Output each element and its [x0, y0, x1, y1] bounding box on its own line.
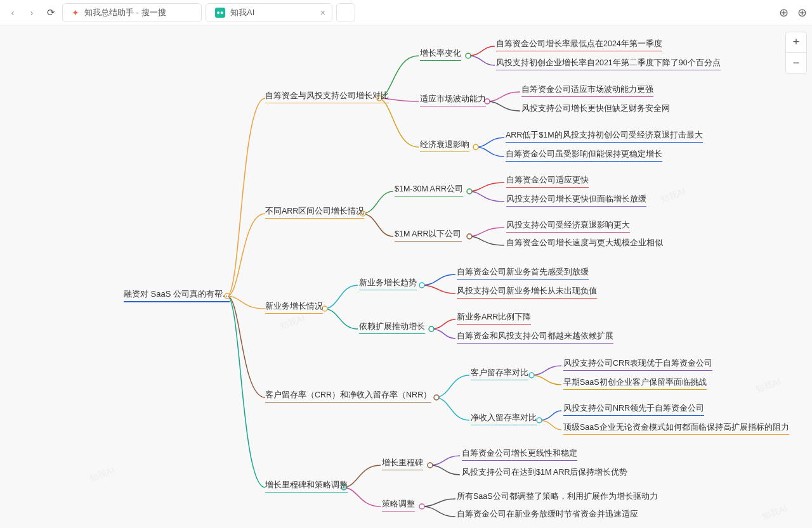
leaf[interactable]: 风投支持公司受经济衰退影响更大: [506, 220, 630, 233]
svg-point-16: [537, 418, 542, 423]
leaf[interactable]: ARR低于$1M的风投支持初创公司受经济衰退打击最大: [506, 130, 703, 143]
leaf[interactable]: 自筹资金公司适应市场波动能力更强: [521, 84, 653, 97]
leaf[interactable]: 风投支持公司在达到$1M ARR后保持增长优势: [462, 467, 628, 479]
svg-point-14: [429, 326, 434, 332]
b5-s1[interactable]: 增长里程碑: [382, 458, 423, 470]
svg-point-12: [467, 234, 472, 239]
b3-s2[interactable]: 依赖扩展推动增长: [359, 321, 425, 334]
svg-point-13: [419, 283, 424, 288]
leaf[interactable]: 风投支持公司新业务增长从未出现负值: [457, 286, 597, 299]
leaf[interactable]: 顶级SaaS企业无论资金模式如何都面临保持高扩展指标的阻力: [563, 422, 789, 435]
svg-point-10: [473, 145, 478, 150]
b5-s2[interactable]: 策略调整: [382, 499, 415, 512]
branch-3[interactable]: 新业务增长情况: [265, 301, 323, 314]
leaf[interactable]: 风投支持公司NRR领先于自筹资金公司: [563, 403, 704, 416]
svg-point-6: [434, 395, 439, 400]
b1-s1[interactable]: 增长率变化: [420, 48, 461, 61]
branch-2[interactable]: 不同ARR区间公司增长情况: [265, 206, 364, 219]
b3-s1[interactable]: 新业务增长趋势: [359, 278, 417, 290]
leaf[interactable]: 自筹资金公司增长率最低点在2024年第一季度: [496, 39, 662, 51]
svg-point-8: [466, 53, 471, 58]
svg-point-18: [419, 504, 424, 509]
mindmap-canvas[interactable]: 知我AI 知我AI 知我AI 知我AI 知我AI 知我AI + −: [0, 25, 812, 528]
mindmap-root[interactable]: 融资对 SaaS 公司真的有帮...: [124, 288, 230, 302]
leaf[interactable]: 自筹资金公司增长速度与更大规模企业相似: [506, 238, 663, 250]
b2-s1[interactable]: $1M-30M ARR公司: [395, 184, 463, 196]
leaf[interactable]: 自筹资金公司在新业务放缓时节省资金并迅速适应: [457, 509, 638, 521]
svg-point-11: [467, 189, 472, 194]
branch-4[interactable]: 客户留存率（CRR）和净收入留存率（NRR）: [265, 390, 431, 402]
leaf[interactable]: 早期SaaS初创企业客户保留率面临挑战: [563, 377, 707, 390]
svg-point-15: [529, 373, 534, 378]
leaf[interactable]: 自筹资金公司新业务首先感受到放缓: [457, 267, 589, 280]
svg-point-17: [428, 463, 433, 468]
b4-s2[interactable]: 净收入留存率对比: [471, 413, 537, 425]
leaf[interactable]: 风投支持公司增长更快但面临增长放缓: [506, 194, 646, 207]
leaf[interactable]: 自筹资金公司增长更线性和稳定: [462, 448, 577, 461]
leaf[interactable]: 风投支持公司CRR表现优于自筹资金公司: [563, 358, 712, 371]
b4-s1[interactable]: 客户留存率对比: [471, 368, 528, 380]
leaf[interactable]: 自筹资金和风投支持公司都越来越依赖扩展: [457, 331, 613, 344]
search-button[interactable]: [336, 3, 355, 22]
branch-1[interactable]: 自筹资金与风投支持公司增长对比: [265, 91, 389, 103]
b2-s2[interactable]: $1M ARR以下公司: [395, 229, 462, 241]
mindmap-connectors: [0, 25, 812, 528]
leaf[interactable]: 自筹资金公司虽受影响但能保持更稳定增长: [506, 149, 662, 162]
topbar: ‹ › ⟳ ✦ 知我总结助手 - 搜一搜 ●● 知我AI × ⊕ ⊕: [0, 0, 812, 25]
b1-s3[interactable]: 经济衰退影响: [420, 139, 469, 152]
branch-5[interactable]: 增长里程碑和策略调整: [265, 480, 348, 493]
b1-s2[interactable]: 适应市场波动能力: [420, 94, 486, 106]
leaf[interactable]: 所有SaaS公司都调整了策略，利用扩展作为增长驱动力: [457, 491, 658, 503]
svg-point-5: [322, 306, 327, 311]
leaf[interactable]: 风投支持初创企业增长率自2021年第二季度下降了90个百分点: [496, 58, 721, 70]
leaf[interactable]: 风投支持公司增长更快但缺乏财务安全网: [521, 103, 670, 115]
leaf[interactable]: 自筹资金公司适应更快: [506, 175, 589, 188]
leaf[interactable]: 新业务ARR比例下降: [457, 312, 531, 325]
